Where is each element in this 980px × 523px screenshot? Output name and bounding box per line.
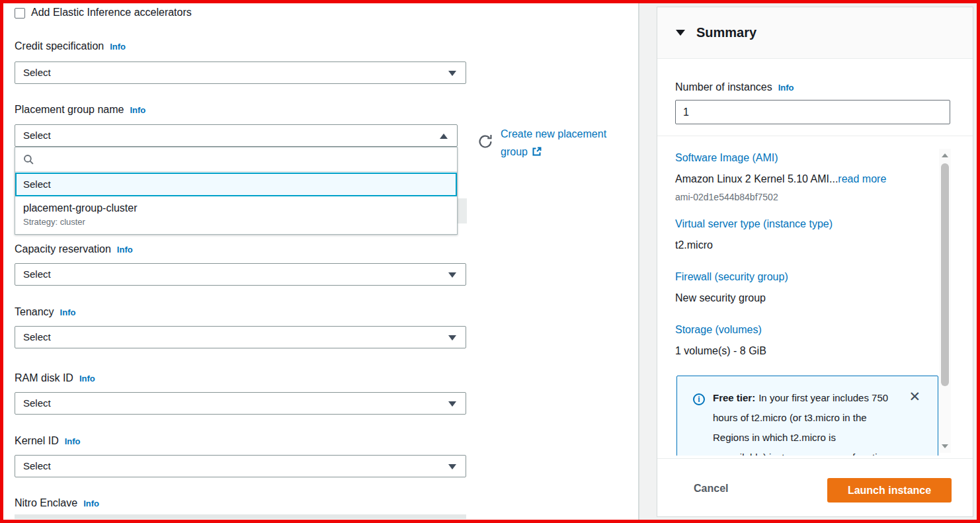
scroll-up-arrow-icon[interactable] — [942, 153, 948, 157]
caret-up-icon — [440, 134, 448, 139]
storage-link[interactable]: Storage (volumes) — [675, 324, 762, 336]
tenancy-select[interactable]: Select — [15, 326, 466, 348]
dropdown-option-select[interactable]: Select — [15, 173, 457, 196]
kernel-id-label: Kernel ID — [15, 435, 59, 447]
scroll-down-arrow-icon[interactable] — [942, 444, 948, 448]
dropdown-option-placement-group-cluster[interactable]: placement-group-cluster Strategy: cluste… — [15, 196, 457, 234]
caret-down-icon — [448, 401, 456, 407]
ram-disk-select[interactable]: Select — [15, 392, 466, 415]
number-of-instances-label-row: Number of instances Info — [675, 81, 794, 93]
info-link[interactable]: Info — [778, 83, 794, 93]
next-control-sliver — [15, 514, 466, 519]
launch-instance-button[interactable]: Launch instance — [827, 478, 952, 503]
credit-specification-label-row: Credit specification Info — [15, 40, 126, 52]
info-link[interactable]: Info — [60, 307, 76, 317]
nitro-enclave-label: Nitro Enclave — [15, 497, 77, 509]
firewall-link[interactable]: Firewall (security group) — [675, 271, 788, 283]
ram-disk-label: RAM disk ID — [15, 372, 73, 384]
search-icon — [23, 154, 34, 165]
caret-down-icon — [448, 71, 456, 76]
caret-down-icon — [448, 335, 456, 341]
number-of-instances-label: Number of instances — [675, 81, 772, 93]
elastic-inference-checkbox[interactable] — [15, 8, 25, 19]
ami-id: ami-02d1e544b84bf7502 — [675, 192, 778, 202]
read-more-link[interactable]: read more — [838, 173, 886, 184]
tenancy-label: Tenancy — [15, 306, 54, 318]
info-circle-icon: i — [693, 393, 705, 405]
capacity-reservation-label-row: Capacity reservation Info — [15, 243, 133, 255]
software-image-link[interactable]: Software Image (AMI) — [675, 152, 778, 164]
instance-type-link[interactable]: Virtual server type (instance type) — [675, 218, 833, 230]
free-tier-text: Free tier:In your first year includes 75… — [713, 388, 895, 456]
instance-type-value: t2.micro — [675, 239, 713, 251]
info-link[interactable]: Info — [117, 245, 133, 255]
credit-specification-select[interactable]: Select — [15, 61, 466, 84]
divider — [657, 458, 973, 459]
refresh-button[interactable] — [477, 133, 494, 150]
info-link[interactable]: Info — [130, 105, 145, 115]
info-link[interactable]: Info — [83, 499, 99, 508]
kernel-id-select[interactable]: Select — [15, 455, 466, 477]
cancel-button[interactable]: Cancel — [694, 483, 728, 495]
caret-down-icon — [448, 272, 456, 278]
elastic-inference-label: Add Elastic Inference accelerators — [31, 7, 192, 19]
firewall-value: New security group — [675, 292, 766, 304]
ram-disk-label-row: RAM disk ID Info — [15, 372, 95, 384]
refresh-icon — [477, 133, 494, 150]
placement-group-label: Placement group name — [15, 104, 124, 116]
kernel-id-label-row: Kernel ID Info — [15, 435, 81, 447]
external-link-icon — [532, 144, 542, 162]
caret-down-icon — [448, 464, 456, 469]
info-link[interactable]: Info — [79, 374, 95, 383]
placement-group-select-trigger[interactable]: Select — [15, 124, 458, 147]
create-placement-group-link[interactable]: Create new placement group — [501, 125, 628, 162]
close-icon[interactable]: ✕ — [909, 389, 920, 403]
placement-group-label-row: Placement group name Info — [15, 104, 145, 116]
capacity-reservation-label: Capacity reservation — [15, 243, 111, 255]
tenancy-label-row: Tenancy Info — [15, 306, 75, 318]
summary-scroll-area: Software Image (AMI) Amazon Linux 2 Kern… — [657, 136, 973, 456]
placement-group-dropdown: Select placement-group-cluster Strategy:… — [15, 147, 458, 235]
dropdown-search-input[interactable] — [15, 147, 457, 172]
free-tier-alert: i Free tier:In your first year includes … — [676, 376, 938, 456]
capacity-reservation-select[interactable]: Select — [15, 263, 466, 286]
info-link[interactable]: Info — [65, 436, 81, 446]
software-image-value: Amazon Linux 2 Kernel 5.10 AMI...read mo… — [675, 173, 886, 185]
summary-panel: Summary Number of instances Info Softwar… — [657, 7, 973, 517]
info-link[interactable]: Info — [110, 42, 126, 52]
scrollbar-track[interactable] — [939, 149, 951, 453]
dropdown-scrollbar-remnant — [458, 198, 467, 223]
credit-specification-label: Credit specification — [15, 40, 104, 52]
storage-value: 1 volume(s) - 8 GiB — [675, 345, 766, 357]
summary-title: Summary — [696, 25, 756, 40]
scrollbar-thumb[interactable] — [941, 163, 949, 386]
nitro-enclave-label-row: Nitro Enclave Info — [15, 497, 99, 509]
collapse-caret-icon — [676, 30, 685, 36]
number-of-instances-input[interactable] — [675, 100, 950, 124]
summary-header[interactable]: Summary — [657, 7, 973, 59]
